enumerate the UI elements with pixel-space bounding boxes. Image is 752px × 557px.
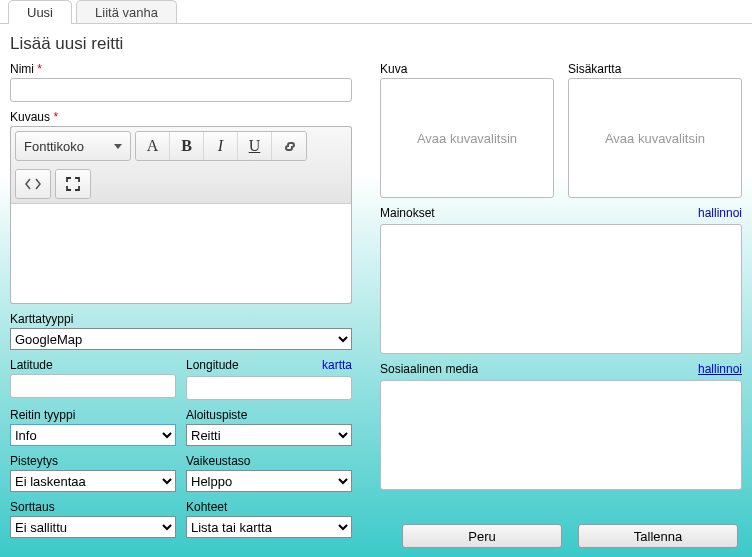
image-picker[interactable]: Avaa kuvavalitsin: [380, 78, 554, 198]
font-size-dropdown[interactable]: Fonttikoko: [15, 131, 131, 161]
code-view-button[interactable]: [16, 170, 50, 198]
save-button[interactable]: Tallenna: [578, 524, 738, 548]
description-label: Kuvaus *: [10, 110, 352, 124]
difficulty-select[interactable]: Helppo: [186, 470, 352, 492]
image-label: Kuva: [380, 62, 554, 76]
fullscreen-button[interactable]: [56, 170, 90, 198]
social-panel[interactable]: [380, 380, 742, 490]
editor-toolbar: Fonttikoko A B I U: [10, 126, 352, 204]
innermap-picker[interactable]: Avaa kuvavalitsin: [568, 78, 742, 198]
scoring-label: Pisteytys: [10, 454, 176, 468]
latitude-input[interactable]: [10, 374, 176, 398]
sorting-label: Sorttaus: [10, 500, 176, 514]
page-title: Lisää uusi reitti: [10, 32, 742, 62]
cancel-button[interactable]: Peru: [402, 524, 562, 548]
font-family-button[interactable]: A: [136, 132, 170, 160]
maptype-select[interactable]: GoogleMap: [10, 328, 352, 350]
latitude-label: Latitude: [10, 358, 176, 372]
italic-button[interactable]: I: [204, 132, 238, 160]
routetype-label: Reitin tyyppi: [10, 408, 176, 422]
startpoint-label: Aloituspiste: [186, 408, 352, 422]
maptype-label: Karttatyyppi: [10, 312, 352, 326]
startpoint-select[interactable]: Reitti: [186, 424, 352, 446]
longitude-label: Longitude: [186, 358, 239, 372]
name-input[interactable]: [10, 78, 352, 102]
map-link[interactable]: kartta: [322, 358, 352, 372]
sorting-select[interactable]: Ei sallittu: [10, 516, 176, 538]
innermap-label: Sisäkartta: [568, 62, 742, 76]
targets-label: Kohteet: [186, 500, 352, 514]
tab-new[interactable]: Uusi: [8, 0, 72, 24]
ads-manage-link[interactable]: hallinnoi: [698, 206, 742, 220]
social-manage-link[interactable]: hallinnoi: [698, 362, 742, 376]
underline-button[interactable]: U: [238, 132, 272, 160]
longitude-input[interactable]: [186, 376, 352, 400]
tab-attach-old[interactable]: Liitä vanha: [76, 0, 177, 24]
ads-panel[interactable]: [380, 224, 742, 354]
description-editor[interactable]: [10, 204, 352, 304]
link-button[interactable]: [272, 132, 306, 160]
bold-button[interactable]: B: [170, 132, 204, 160]
chevron-down-icon: [114, 144, 122, 149]
social-label: Sosiaalinen media: [380, 362, 478, 376]
name-label: Nimi *: [10, 62, 352, 76]
scoring-select[interactable]: Ei laskentaa: [10, 470, 176, 492]
targets-select[interactable]: Lista tai kartta: [186, 516, 352, 538]
ads-label: Mainokset: [380, 206, 435, 220]
routetype-select[interactable]: Info: [10, 424, 176, 446]
difficulty-label: Vaikeustaso: [186, 454, 352, 468]
